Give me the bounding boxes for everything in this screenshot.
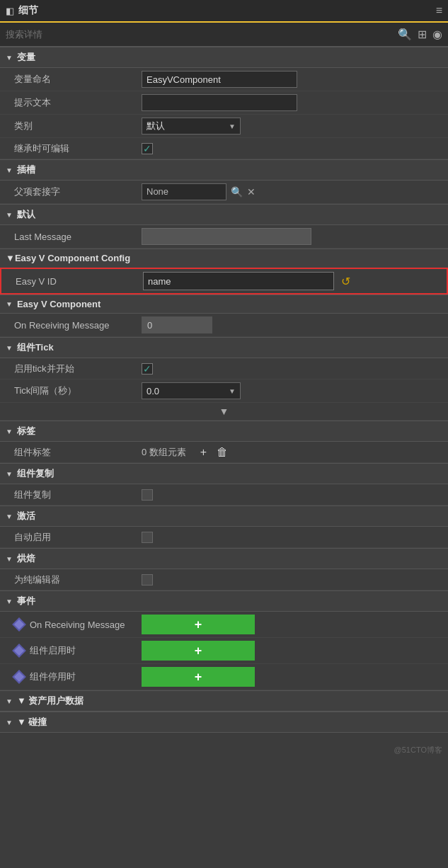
prop-editable: 继承时可编辑 ✓ [0,138,448,159]
parent-socket-search-icon[interactable]: 🔍 [231,186,243,198]
section-component-tick[interactable]: ▼ 组件Tick [0,337,448,358]
section-tick-label: 组件Tick [17,341,54,354]
tick-interval-input[interactable]: 0.0 ▼ [142,382,241,399]
tag-add-button[interactable]: + [197,446,209,459]
header-more-icon[interactable]: ≡ [436,4,442,17]
enable-tick-label: 启用tick并开始 [14,362,142,375]
parent-socket-clear-icon[interactable]: ✕ [247,186,255,198]
component-tag-label: 组件标签 [14,446,142,459]
on-receiving-label: On Receiving Message [14,320,142,331]
tick-interval-label: Tick间隔（秒） [14,384,142,397]
section-asset-user-data[interactable]: ▼ ▼ 资产用户数据 [0,690,448,712]
component-tag-value: 0 数组元素 + 🗑 [142,446,442,459]
event-component-stop-add-button[interactable]: + [142,667,255,687]
section-tags-arrow: ▼ [6,428,13,435]
on-receiving-display: 0 [142,316,212,333]
section-default[interactable]: ▼ 默认 [0,204,448,225]
section-variables-label: 变量 [17,51,35,64]
section-easy-v-config[interactable]: ▼ Easy V Component Config [0,249,448,268]
event-component-start-add-button[interactable]: + [142,641,255,661]
section-bake-label: 烘焙 [17,552,35,565]
enable-tick-checkbox[interactable]: ✓ [142,363,153,375]
parent-socket-label: 父项套接字 [14,185,142,198]
event-component-start-label: 组件启用时 [30,644,76,657]
parent-socket-none: None [142,183,226,200]
prop-copy: 组件复制 [0,484,448,506]
easy-v-id-label: Easy V ID [16,276,143,287]
section-slot[interactable]: ▼ 插槽 [0,159,448,181]
copy-checkbox[interactable] [142,489,153,501]
prop-on-receiving: On Receiving Message 0 [0,314,448,337]
section-default-arrow: ▼ [6,211,13,219]
enable-tick-value: ✓ [142,363,442,375]
variable-name-value [142,71,442,88]
pure-editor-checkbox[interactable] [142,574,153,586]
section-variables[interactable]: ▼ 变量 [0,47,448,68]
section-events-label: 事件 [17,595,35,607]
copy-value [142,489,442,501]
search-icon[interactable]: 🔍 [398,28,412,41]
prop-tick-interval: Tick间隔（秒） 0.0 ▼ [0,379,448,403]
event-on-receiving-add-button[interactable]: + [142,615,255,634]
down-arrow-icon[interactable]: ▼ [219,406,229,417]
section-asset-label: ▼ 资产用户数据 [17,695,84,707]
category-dropdown-arrow: ▼ [229,122,236,130]
section-easy-v-config-label: Easy V Component Config [15,253,130,263]
variable-name-input[interactable] [142,71,297,88]
section-default-label: 默认 [17,208,35,221]
easy-v-id-input[interactable] [143,272,334,290]
section-bake-arrow: ▼ [6,555,13,563]
section-tags[interactable]: ▼ 标签 [0,421,448,442]
pure-editor-label: 为纯编辑器 [14,573,142,586]
search-input[interactable] [6,29,398,40]
tag-delete-button[interactable]: 🗑 [214,446,231,459]
prop-variable-name: 变量命名 [0,68,448,91]
last-message-input[interactable] [142,228,311,245]
section-easy-v-component-arrow: ▼ [6,300,13,308]
category-dropdown[interactable]: 默认 ▼ [142,118,241,135]
hint-text-value [142,94,442,111]
eye-icon[interactable]: ◉ [432,28,442,41]
section-easy-v-component-label: Easy V Component [17,299,100,309]
section-tick-arrow: ▼ [6,344,13,352]
hint-text-input[interactable] [142,94,297,111]
variable-name-label: 变量命名 [14,73,142,86]
section-easy-v-component[interactable]: ▼ Easy V Component [0,295,448,314]
editable-checkbox[interactable]: ✓ [142,143,153,154]
section-easy-v-config-arrow: ▼ [6,253,15,263]
prop-last-message: Last Message [0,225,448,249]
auto-activate-checkbox[interactable] [142,532,153,543]
panel-header: ◧ 细节 ≡ [0,0,448,23]
parent-socket-value: None 🔍 ✕ [142,183,442,200]
last-message-value [142,228,442,245]
section-component-copy[interactable]: ▼ 组件复制 [0,463,448,484]
section-events[interactable]: ▼ 事件 [0,590,448,612]
section-events-arrow: ▼ [6,598,13,605]
last-message-label: Last Message [14,232,142,242]
category-dropdown-text: 默认 [147,120,165,132]
section-collision[interactable]: ▼ ▼ 碰撞 [0,712,448,733]
prop-hint-text: 提示文本 [0,91,448,115]
event-component-stop-label: 组件停用时 [30,670,76,683]
section-asset-arrow: ▼ [6,697,13,705]
section-bake[interactable]: ▼ 烘焙 [0,548,448,569]
section-copy-label: 组件复制 [17,467,54,480]
event-on-receiving: On Receiving Message + [0,612,448,638]
section-collision-label: ▼ 碰撞 [17,716,47,729]
search-bar: 🔍 ⊞ ◉ [0,23,448,47]
section-slot-arrow: ▼ [6,166,13,174]
tick-interval-value: 0.0 ▼ [142,382,442,399]
category-value: 默认 ▼ [142,118,442,135]
on-receiving-value: 0 [142,316,442,333]
prop-parent-socket: 父项套接字 None 🔍 ✕ [0,181,448,204]
easy-v-id-reset-button[interactable]: ↺ [338,275,353,288]
prop-easy-v-id: Easy V ID ↺ [0,268,448,295]
event-on-receiving-diamond-icon [12,617,26,632]
prop-pure-editor: 为纯编辑器 [0,569,448,590]
section-activate-arrow: ▼ [6,513,13,520]
down-arrow-row: ▼ [0,403,448,421]
grid-icon[interactable]: ⊞ [418,28,427,41]
section-variables-arrow: ▼ [6,54,13,62]
section-activate[interactable]: ▼ 激活 [0,506,448,527]
auto-activate-value [142,532,442,543]
